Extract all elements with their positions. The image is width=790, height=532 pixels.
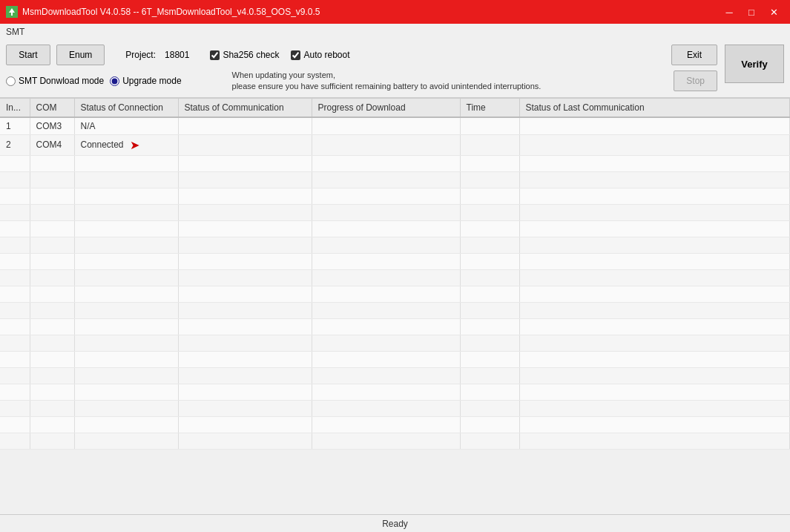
cell-index xyxy=(0,204,30,220)
col-progress: Progress of Download xyxy=(312,99,460,117)
cell-time xyxy=(460,220,519,237)
table-row xyxy=(0,302,790,318)
enum-button[interactable]: Enum xyxy=(56,45,105,65)
autoreboot-label: Auto reboot xyxy=(303,50,349,60)
cell-last-comm xyxy=(519,286,790,302)
cell-progress xyxy=(312,400,460,416)
cell-com xyxy=(30,237,74,253)
cell-progress xyxy=(312,188,460,204)
cell-progress xyxy=(312,134,460,155)
autoreboot-checkbox[interactable] xyxy=(291,50,300,60)
table-row xyxy=(0,318,790,335)
table-row xyxy=(0,269,790,286)
cell-status-connection: N/A xyxy=(74,117,178,135)
maximize-button[interactable]: □ xyxy=(741,1,762,22)
table-row xyxy=(0,237,790,253)
cell-com xyxy=(30,416,74,433)
cell-index xyxy=(0,220,30,237)
close-button[interactable]: ✕ xyxy=(763,1,784,22)
table-row xyxy=(0,400,790,416)
cell-progress xyxy=(312,171,460,188)
cell-last-comm xyxy=(519,204,790,220)
cell-index: 2 xyxy=(0,134,30,155)
cell-index xyxy=(0,237,30,253)
cell-status-connection xyxy=(74,433,178,449)
cell-status-communication xyxy=(178,237,312,253)
table-row xyxy=(0,253,790,269)
cell-index xyxy=(0,269,30,286)
cell-index xyxy=(0,188,30,204)
smt-mode-radio[interactable] xyxy=(6,76,16,86)
cell-progress xyxy=(312,318,460,335)
sha256-checkbox[interactable] xyxy=(210,50,220,60)
cell-com xyxy=(30,400,74,416)
cell-com xyxy=(30,155,74,171)
mode-bar: SMT Donwload mode Upgrade mode When upda… xyxy=(0,68,790,97)
cell-index xyxy=(0,433,30,449)
cell-progress xyxy=(312,384,460,400)
cell-last-comm xyxy=(519,351,790,367)
cell-index xyxy=(0,335,30,351)
cell-status-communication xyxy=(178,302,312,318)
col-index: In... xyxy=(0,99,30,117)
upgrade-mode-radio[interactable] xyxy=(110,76,119,86)
cell-last-comm xyxy=(519,269,790,286)
smt-mode-option[interactable]: SMT Donwload mode xyxy=(6,76,104,86)
start-button[interactable]: Start xyxy=(6,45,50,65)
cell-time xyxy=(460,253,519,269)
window-controls: ─ □ ✕ xyxy=(719,1,784,22)
cell-progress xyxy=(312,286,460,302)
cell-status-communication xyxy=(178,335,312,351)
table-row: 1COM3N/A xyxy=(0,117,790,135)
cell-last-comm xyxy=(519,400,790,416)
sha256-checkbox-label[interactable]: Sha256 check xyxy=(210,50,279,60)
col-com: COM xyxy=(30,99,74,117)
project-label: Project: xyxy=(125,50,156,60)
cell-status-connection xyxy=(74,384,178,400)
cell-time xyxy=(460,237,519,253)
cell-status-communication xyxy=(178,171,312,188)
table-row xyxy=(0,416,790,433)
minimize-button[interactable]: ─ xyxy=(719,1,740,22)
cell-status-connection xyxy=(74,318,178,335)
cell-time xyxy=(460,302,519,318)
cell-last-comm xyxy=(519,171,790,188)
cell-time xyxy=(460,400,519,416)
cell-last-comm xyxy=(519,302,790,318)
cell-last-comm xyxy=(519,367,790,384)
cell-status-communication xyxy=(178,134,312,155)
cell-progress xyxy=(312,433,460,449)
cell-progress xyxy=(312,117,460,135)
cell-com xyxy=(30,384,74,400)
cell-status-communication xyxy=(178,351,312,367)
cell-status-connection xyxy=(74,416,178,433)
cell-index xyxy=(0,171,30,188)
cell-status-connection xyxy=(74,155,178,171)
cell-progress xyxy=(312,351,460,367)
cell-com: COM3 xyxy=(30,117,74,135)
autoreboot-checkbox-label[interactable]: Auto reboot xyxy=(291,50,349,60)
cell-time xyxy=(460,433,519,449)
table-row xyxy=(0,351,790,367)
toolbar-row1: Start Enum Project: 18801 Sha256 check A… xyxy=(0,40,790,68)
cell-status-communication xyxy=(178,220,312,237)
checkboxes: Sha256 check Auto reboot xyxy=(210,50,349,60)
notice-line2: please ensure you have sufficient remain… xyxy=(232,81,542,92)
upgrade-mode-option[interactable]: Upgrade mode xyxy=(110,76,181,86)
cell-com xyxy=(30,335,74,351)
cell-last-comm xyxy=(519,237,790,253)
exit-button[interactable]: Exit xyxy=(671,45,717,65)
title-text: MsmDownloadTool V4.0.58 -- 6T_MsmDownloa… xyxy=(22,7,320,17)
app-icon xyxy=(6,6,18,18)
cell-com xyxy=(30,286,74,302)
cell-last-comm xyxy=(519,188,790,204)
stop-button[interactable]: Stop xyxy=(674,70,717,91)
verify-button[interactable]: Verify xyxy=(725,45,784,83)
cell-status-communication xyxy=(178,416,312,433)
cell-status-connection xyxy=(74,204,178,220)
cell-index: 1 xyxy=(0,117,30,135)
status-bar: Ready xyxy=(0,514,790,532)
table-row xyxy=(0,335,790,351)
table-row xyxy=(0,384,790,400)
cell-status-communication xyxy=(178,269,312,286)
